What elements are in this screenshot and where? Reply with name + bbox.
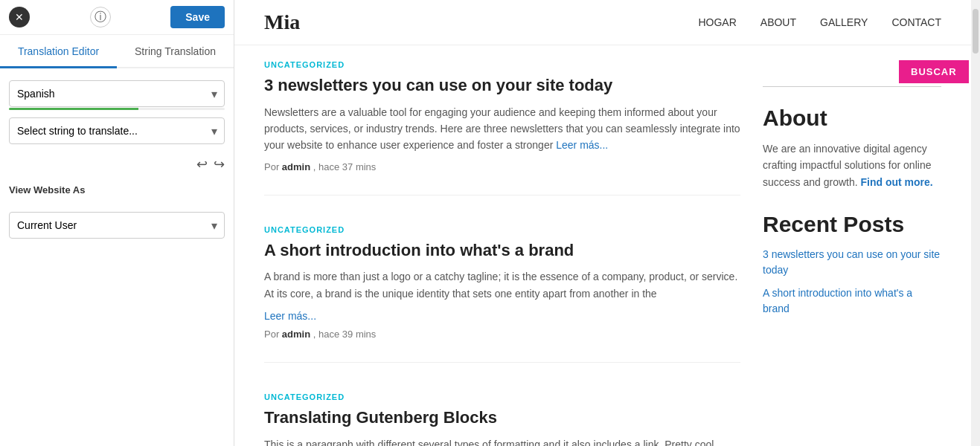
- language-select[interactable]: Spanish French German Italian: [9, 80, 225, 107]
- current-user-section: Current User Admin Guest: [0, 200, 234, 246]
- recent-posts-widget: Recent Posts 3 newsletters you can use o…: [763, 211, 941, 317]
- string-select-wrapper: Select string to translate...: [9, 117, 225, 144]
- search-bar: BUSCAR: [763, 60, 941, 87]
- post-meta: Por admin , hace 37 mins: [264, 161, 740, 172]
- blog-layout: UNCATEGORIZED 3 newsletters you can use …: [234, 45, 971, 446]
- read-more-link-2[interactable]: Leer más...: [264, 310, 316, 322]
- nav-hogar[interactable]: HOGAR: [698, 16, 736, 28]
- undo-redo-bar: ↩ ↪: [0, 152, 234, 177]
- recent-posts-title: Recent Posts: [763, 211, 941, 238]
- site-logo: Mia: [264, 10, 300, 34]
- post-item: UNCATEGORIZED Translating Gutenberg Bloc…: [264, 392, 740, 446]
- panel-top-bar: ✕ ⓘ Save: [0, 0, 234, 35]
- post-category: UNCATEGORIZED: [264, 225, 740, 234]
- find-out-more-link[interactable]: Find out more.: [861, 176, 933, 188]
- post-item: UNCATEGORIZED A short introduction into …: [264, 225, 740, 363]
- info-button[interactable]: ⓘ: [90, 7, 111, 28]
- left-panel: ✕ ⓘ Save Translation Editor String Trans…: [0, 0, 234, 446]
- blog-posts: UNCATEGORIZED 3 newsletters you can use …: [264, 60, 740, 446]
- language-section: Spanish French German Italian Select str…: [0, 68, 234, 152]
- language-dropdown-wrapper: Spanish French German Italian: [9, 80, 225, 107]
- post-category: UNCATEGORIZED: [264, 60, 740, 69]
- sidebar: BUSCAR About We are an innovative digita…: [763, 60, 941, 446]
- list-item: 3 newsletters you can use on your site t…: [763, 247, 941, 278]
- tab-translation-editor[interactable]: Translation Editor: [0, 35, 117, 68]
- read-more-link[interactable]: Leer más...: [556, 139, 608, 151]
- close-button[interactable]: ✕: [9, 7, 30, 28]
- recent-posts-list: 3 newsletters you can use on your site t…: [763, 247, 941, 317]
- scrollbar-thumb: [973, 9, 979, 54]
- save-button[interactable]: Save: [170, 6, 225, 28]
- string-select[interactable]: Select string to translate...: [9, 117, 225, 144]
- list-item: A short introduction into what's a brand: [763, 285, 941, 317]
- post-author: admin: [282, 161, 310, 172]
- tabs-row: Translation Editor String Translation: [0, 35, 234, 68]
- about-title: About: [763, 105, 941, 132]
- current-user-select[interactable]: Current User Admin Guest: [9, 212, 225, 239]
- post-author: admin: [282, 329, 310, 340]
- site-navbar: Mia HOGAR ABOUT GALLERY CONTACT: [234, 0, 971, 45]
- post-item: UNCATEGORIZED 3 newsletters you can use …: [264, 60, 740, 195]
- main-content: Mia HOGAR ABOUT GALLERY CONTACT UNCATEGO…: [234, 0, 971, 446]
- nav-about[interactable]: ABOUT: [760, 16, 796, 28]
- post-excerpt: Newsletters are a valuable tool for enga…: [264, 104, 740, 154]
- post-title: 3 newsletters you can use on your site t…: [264, 75, 740, 97]
- recent-post-link[interactable]: A short introduction into what's a brand: [763, 287, 912, 314]
- post-excerpt: A brand is more than just a logo or a ca…: [264, 268, 740, 302]
- about-widget: About We are an innovative digital agenc…: [763, 105, 941, 190]
- language-progress-bar: [9, 108, 225, 110]
- nav-contact[interactable]: CONTACT: [891, 16, 941, 28]
- view-website-label: View Website As: [0, 177, 234, 200]
- post-title: A short introduction into what's a brand: [264, 240, 740, 262]
- search-button[interactable]: BUSCAR: [899, 60, 969, 83]
- post-category: UNCATEGORIZED: [264, 392, 740, 401]
- current-user-dropdown-wrapper: Current User Admin Guest: [9, 212, 225, 239]
- nav-links: HOGAR ABOUT GALLERY CONTACT: [698, 16, 941, 28]
- post-title: Translating Gutenberg Blocks: [264, 407, 740, 429]
- search-input[interactable]: [763, 60, 899, 83]
- undo-button[interactable]: ↩: [196, 156, 208, 172]
- post-meta: Por admin , hace 39 mins: [264, 329, 740, 340]
- about-text: We are an innovative digital agency craf…: [763, 140, 941, 190]
- scrollbar[interactable]: [971, 0, 980, 446]
- post-excerpt: This is a paragraph with different sever…: [264, 436, 740, 446]
- tab-string-translation[interactable]: String Translation: [117, 35, 234, 67]
- nav-gallery[interactable]: GALLERY: [820, 16, 868, 28]
- redo-button[interactable]: ↪: [214, 156, 225, 172]
- recent-post-link[interactable]: 3 newsletters you can use on your site t…: [763, 248, 940, 276]
